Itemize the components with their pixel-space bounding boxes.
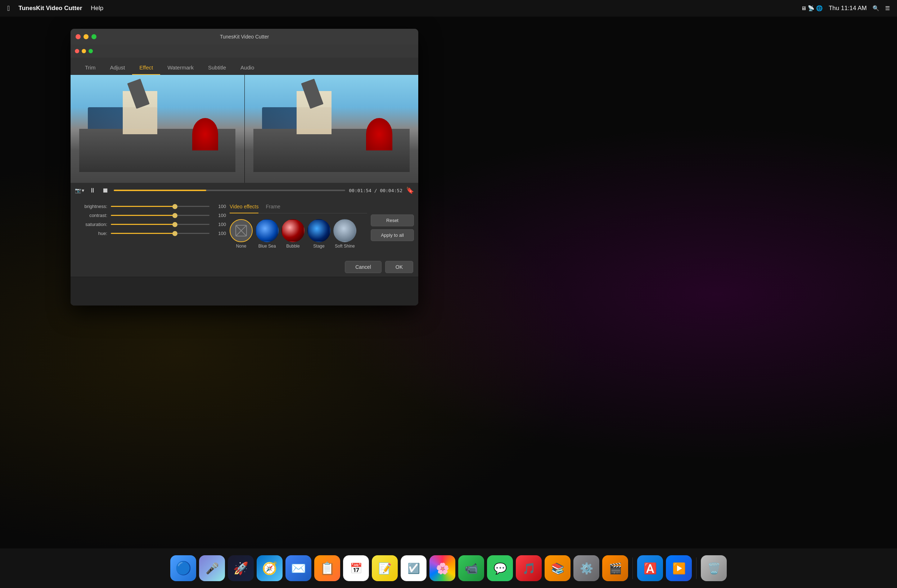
dock-contacts[interactable]: 📋 — [314, 555, 340, 581]
main-window: TunesKit Video Cutter Trim Adjust Effect… — [70, 29, 418, 305]
controls-area: brightness: 100 contrast: 100 — [70, 198, 418, 257]
brightness-label: brightness: — [75, 204, 107, 209]
action-buttons: Reset Apply to all — [371, 204, 414, 252]
dock-calendar[interactable]: 📅 — [343, 555, 369, 581]
menubar:  TunesKit Video Cutter Help 🖥 📡 🌐 Thu 1… — [0, 0, 897, 17]
menubar-list-icon[interactable]: ☰ — [885, 5, 890, 12]
dock-siri[interactable]: 🎤 — [199, 555, 225, 581]
effects-grid: None Blue Sea Bubble Stage — [230, 216, 367, 252]
contacts-icon: 📋 — [320, 561, 335, 576]
dock-facetime[interactable]: 📹 — [458, 555, 484, 581]
dock-trash[interactable]: 🗑️ — [701, 555, 727, 581]
tab-adjust[interactable]: Adjust — [103, 61, 132, 75]
effects-panel: Video effects Frame — [230, 204, 367, 252]
effect-bubble[interactable]: Bubble — [282, 219, 305, 249]
saturation-slider[interactable] — [111, 224, 210, 225]
menubar-right: 🖥 📡 🌐 Thu 11:14 AM 🔍 ☰ — [801, 5, 890, 12]
contrast-label: contrast: — [75, 213, 107, 218]
original-preview — [70, 75, 244, 183]
close-button[interactable] — [76, 34, 81, 39]
maximize-button[interactable] — [92, 34, 96, 39]
hue-slider[interactable] — [111, 233, 210, 234]
saturation-value: 100 — [213, 221, 226, 227]
dock-safari[interactable]: 🧭 — [257, 555, 283, 581]
dock-notes[interactable]: 📝 — [372, 555, 398, 581]
effect-soft-shine-label: Soft Shine — [335, 244, 355, 249]
safari-icon: 🧭 — [262, 561, 277, 576]
tab-bar: Trim Adjust Effect Watermark Subtitle Au… — [70, 58, 418, 75]
dock-separator — [632, 557, 633, 579]
current-time: 00:01:54 / 00:04:52 — [349, 188, 403, 193]
frame-tab[interactable]: Frame — [266, 204, 280, 211]
dock-launchpad[interactable]: 🚀 — [228, 555, 254, 581]
dock-photos[interactable]: 🌸 — [429, 555, 455, 581]
editor-panel: Trim Adjust Effect Watermark Subtitle Au… — [70, 44, 418, 305]
camera-icon: 📷 — [75, 188, 81, 193]
minimize-button[interactable] — [84, 34, 89, 39]
pause-button[interactable]: ⏸ — [88, 185, 97, 196]
saturation-label: saturation: — [75, 221, 107, 227]
trash-icon: 🗑️ — [707, 562, 721, 575]
effect-blue-sea[interactable]: Blue Sea — [256, 219, 279, 249]
dock-mail[interactable]: ✉️ — [285, 555, 311, 581]
reset-button[interactable]: Reset — [371, 214, 414, 226]
hue-row: hue: 100 — [75, 231, 226, 236]
transport-bar: 📷 ▾ ⏸ ⏹ 00:01:54 / 00:04:52 🔖 — [70, 183, 418, 198]
photos-icon: 🌸 — [436, 562, 449, 575]
effect-stage-label: Stage — [313, 244, 325, 249]
books-icon: 📚 — [551, 562, 565, 575]
mail-icon: ✉️ — [291, 561, 306, 576]
music-icon: 🎵 — [522, 562, 536, 575]
progress-bar[interactable] — [114, 189, 345, 191]
apple-menu[interactable]:  — [7, 4, 10, 12]
effect-stage[interactable]: Stage — [308, 219, 331, 249]
video-effects-tab[interactable]: Video effects — [230, 204, 259, 214]
dock-messages[interactable]: 💬 — [487, 555, 513, 581]
effects-tabs: Video effects Frame — [230, 204, 367, 214]
snapshot-button[interactable]: 📷 ▾ — [75, 188, 84, 193]
dock-music[interactable]: 🎵 — [516, 555, 542, 581]
effect-none-thumb — [230, 219, 253, 242]
tab-trim[interactable]: Trim — [78, 61, 103, 75]
finder-icon: 🔵 — [175, 561, 191, 576]
tab-subtitle[interactable]: Subtitle — [201, 61, 233, 75]
effect-blue-sea-label: Blue Sea — [259, 244, 276, 249]
tab-watermark[interactable]: Watermark — [160, 61, 201, 75]
inner-maximize[interactable] — [89, 49, 93, 53]
effect-soft-shine[interactable]: Soft Shine — [333, 219, 357, 249]
brightness-slider[interactable] — [111, 206, 210, 207]
inner-minimize[interactable] — [82, 49, 86, 53]
dock-books[interactable]: 📚 — [545, 555, 571, 581]
menubar-search-icon[interactable]: 🔍 — [873, 5, 879, 12]
menubar-icons: 🖥 📡 🌐 — [801, 5, 823, 12]
apply-to-all-button[interactable]: Apply to all — [371, 229, 414, 241]
calendar-icon: 📅 — [350, 562, 363, 574]
dock-separator-2 — [696, 557, 696, 579]
inner-close[interactable] — [75, 49, 79, 53]
bookmark-icon[interactable]: 🔖 — [406, 186, 414, 194]
contrast-row: contrast: 100 — [75, 213, 226, 218]
messages-icon: 💬 — [493, 562, 507, 575]
ok-button[interactable]: OK — [385, 261, 413, 273]
timeline-area — [70, 277, 418, 305]
dock-tuneskit[interactable]: 🎬 — [602, 555, 628, 581]
menubar-help[interactable]: Help — [91, 5, 103, 12]
stop-button[interactable]: ⏹ — [101, 185, 110, 196]
camera-dropdown-arrow[interactable]: ▾ — [82, 188, 84, 193]
menubar-app-name[interactable]: TunesKit Video Cutter — [18, 5, 82, 12]
dock-finder[interactable]: 🔵 — [170, 555, 196, 581]
progress-fill — [114, 189, 206, 191]
original-video-scene — [70, 75, 244, 183]
dock-app-store[interactable]: 🅰️ — [637, 555, 663, 581]
effect-none-label: None — [236, 244, 246, 249]
effect-none[interactable]: None — [230, 219, 253, 249]
preview-area — [70, 75, 418, 183]
contrast-slider[interactable] — [111, 215, 210, 216]
dock-system-prefs[interactable]: ⚙️ — [573, 555, 599, 581]
dock-reminders[interactable]: ☑️ — [401, 555, 427, 581]
tab-effect[interactable]: Effect — [132, 61, 160, 75]
dock-quicktime[interactable]: ▶️ — [666, 555, 692, 581]
system-prefs-icon: ⚙️ — [580, 562, 593, 575]
cancel-button[interactable]: Cancel — [345, 261, 381, 273]
tab-audio[interactable]: Audio — [233, 61, 261, 75]
